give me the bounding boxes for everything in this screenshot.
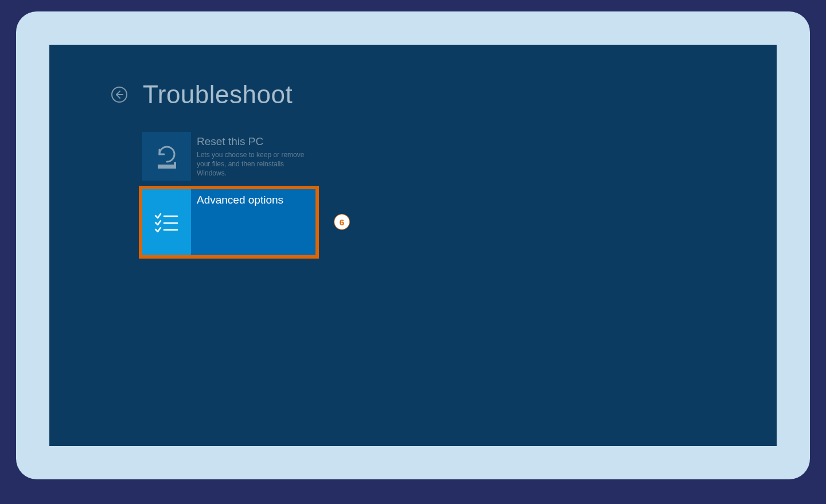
- tile-advanced-options[interactable]: Advanced options: [142, 189, 315, 255]
- tile-reset-desc: Lets you choose to keep or remove your f…: [197, 150, 309, 178]
- page-header: Troubleshoot: [110, 80, 293, 109]
- instruction-frame: Troubleshoot Reset this PC Lets you choo…: [16, 11, 810, 479]
- back-button[interactable]: [110, 85, 129, 104]
- step-callout-6: 6: [334, 214, 350, 230]
- back-arrow-icon: [111, 86, 128, 103]
- tile-advanced-text: Advanced options: [191, 189, 315, 255]
- tile-reset-text: Reset this PC Lets you choose to keep or…: [191, 132, 314, 181]
- svg-rect-2: [158, 165, 176, 169]
- page-title: Troubleshoot: [143, 80, 293, 109]
- reset-pc-icon: [142, 132, 191, 181]
- advanced-options-icon: [142, 189, 191, 255]
- tile-reset-this-pc[interactable]: Reset this PC Lets you choose to keep or…: [142, 132, 314, 181]
- tile-reset-title: Reset this PC: [197, 135, 309, 148]
- windows-recovery-screen: Troubleshoot Reset this PC Lets you choo…: [49, 45, 777, 446]
- tile-advanced-title: Advanced options: [197, 194, 310, 206]
- svg-rect-3: [174, 162, 176, 165]
